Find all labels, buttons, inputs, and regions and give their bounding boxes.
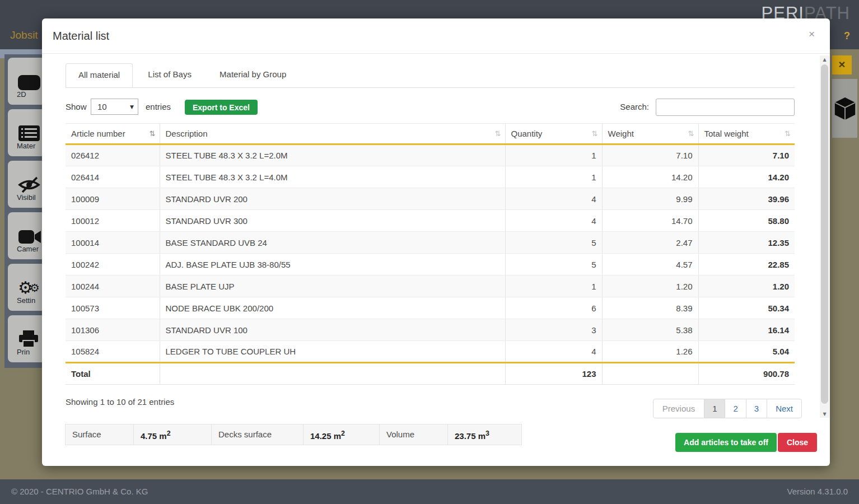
table-row[interactable]: 100244BASE PLATE UJP11.201.20 (66, 276, 795, 297)
table-cell: 100014 (66, 232, 160, 254)
table-cell: 22.85 (698, 254, 795, 276)
sidebar-item-camera[interactable]: Camer (8, 212, 44, 259)
table-row[interactable]: 105824LEDGER TO TUBE COUPLER UH41.265.04 (66, 341, 795, 363)
column-header-article-number[interactable]: Article number⇅ (66, 124, 160, 144)
search-label: Search: (620, 102, 649, 111)
total-weight-spacer (602, 363, 698, 385)
sidebar: 2D Mater Visibil Camer ⚙⚙ Settin Prin (4, 54, 44, 368)
pagination-previous[interactable]: Previous (653, 399, 704, 418)
table-cell: ADJ. BASE PLATE UJB 38-80/55 (160, 254, 505, 276)
surface-value: 4.75 m2 (133, 424, 212, 445)
sidebar-item-visibility[interactable]: Visibil (8, 161, 44, 208)
table-cell: 100009 (66, 188, 160, 210)
sidebar-item-settings[interactable]: ⚙⚙ Settin (8, 264, 44, 311)
modal-header-divider (42, 53, 830, 54)
sidebar-item-label: Camer (8, 245, 44, 253)
entries-label: entries (146, 102, 171, 111)
table-row[interactable]: 100014BASE STANDARD UVB 2452.4712.35 (66, 232, 795, 254)
sort-icon: ⇅ (495, 129, 501, 138)
table-cell: 5.38 (602, 319, 698, 341)
table-cell: 2.47 (602, 232, 698, 254)
table-row[interactable]: 100012STANDARD UVR 300414.7058.80 (66, 210, 795, 232)
decks-surface-label: Decks surface (211, 424, 304, 445)
sort-icon: ⇅ (150, 129, 156, 138)
table-cell: 6 (505, 297, 602, 319)
table-row[interactable]: 100573NODE BRACE UBK 200/20068.3950.34 (66, 297, 795, 319)
table-row[interactable]: 026412STEEL TUBE 48.3 X 3.2 L=2.0M17.107… (66, 144, 795, 166)
footer-bar: © 2020 - CENTRIO GmbH & Co. KG Version 4… (0, 479, 859, 504)
sidebar-item-2d[interactable]: 2D (8, 58, 44, 105)
tab-list-of-bays[interactable]: List of Bays (135, 63, 204, 86)
table-cell: 58.80 (698, 210, 795, 232)
visibility-eye-icon (8, 161, 44, 193)
table-cell: 50.34 (698, 297, 795, 319)
table-cell: 026412 (66, 144, 160, 166)
pagination-page-1[interactable]: 1 (704, 399, 725, 418)
pagination-next[interactable]: Next (767, 399, 802, 418)
table-cell: STEEL TUBE 48.3 X 3.2 L=2.0M (160, 144, 505, 166)
table-row[interactable]: 101306STANDARD UVR 10035.3816.14 (66, 319, 795, 341)
sidebar-item-print[interactable]: Prin (8, 315, 44, 362)
table-cell: 5.04 (698, 341, 795, 363)
scroll-up-icon[interactable]: ▲ (820, 55, 829, 63)
table-cell: STEEL TUBE 48.3 X 3.2 L=4.0M (160, 166, 505, 188)
table-row[interactable]: 100009STANDARD UVR 20049.9939.96 (66, 188, 795, 210)
jobsite-menu[interactable]: Jobsit (10, 29, 38, 41)
view-cube-button[interactable] (832, 79, 857, 138)
volume-value: 23.75 m3 (447, 424, 522, 445)
column-header-quantity[interactable]: Quantity⇅ (505, 124, 602, 144)
show-label: Show (66, 102, 87, 111)
chevron-down-icon: ▼ (130, 104, 134, 110)
table-cell: 101306 (66, 319, 160, 341)
table-cell: 100244 (66, 276, 160, 297)
column-label: Description (166, 129, 208, 138)
pagination-page-3[interactable]: 3 (746, 399, 767, 418)
table-cell: 5 (505, 254, 602, 276)
table-body: 026412STEEL TUBE 48.3 X 3.2 L=2.0M17.107… (66, 144, 795, 363)
sidebar-item-material[interactable]: Mater (8, 109, 44, 156)
panel-close-button[interactable]: × (832, 55, 852, 74)
table-row[interactable]: 026414STEEL TUBE 48.3 X 3.2 L=4.0M114.20… (66, 166, 795, 188)
sidebar-item-label: Mater (8, 142, 44, 150)
table-cell: 9.99 (602, 188, 698, 210)
close-button[interactable]: Close (778, 433, 817, 452)
pagination: Previous 1 2 3 Next (653, 399, 802, 418)
column-header-description[interactable]: Description⇅ (160, 124, 505, 144)
modal-close-icon[interactable]: × (809, 28, 815, 40)
total-weight: 900.78 (698, 363, 795, 385)
table-cell: 8.39 (602, 297, 698, 319)
sidebar-item-label: 2D (8, 90, 44, 99)
table-cell: STANDARD UVR 100 (160, 319, 505, 341)
pagination-page-2[interactable]: 2 (725, 399, 746, 418)
scrollbar-thumb[interactable] (821, 64, 828, 404)
scroll-down-icon[interactable]: ▼ (820, 410, 829, 418)
modal-title: Material list (53, 30, 109, 43)
material-list-icon (8, 109, 44, 142)
surface-label: Surface (65, 424, 134, 445)
table-cell: BASE PLATE UJP (160, 276, 505, 297)
table-cell: STANDARD UVR 200 (160, 188, 505, 210)
sort-icon: ⇅ (688, 129, 694, 138)
tab-all-material[interactable]: All material (66, 63, 133, 87)
value-sup: 2 (167, 430, 171, 437)
search-input[interactable] (656, 99, 795, 116)
table-header-row: Article number⇅ Description⇅ Quantity⇅ W… (66, 124, 795, 144)
table-cell: 4 (505, 341, 602, 363)
table-row[interactable]: 100242ADJ. BASE PLATE UJB 38-80/5554.572… (66, 254, 795, 276)
value-sup: 2 (341, 430, 345, 437)
table-cell: 1 (505, 144, 602, 166)
value-sup: 3 (485, 430, 489, 437)
export-to-excel-button[interactable]: Export to Excel (185, 100, 258, 115)
column-header-total-weight[interactable]: Total weight⇅ (698, 124, 795, 144)
table-cell: LEDGER TO TUBE COUPLER UH (160, 341, 505, 363)
help-icon[interactable]: ? (844, 30, 850, 42)
add-articles-button[interactable]: Add articles to take off (675, 433, 777, 452)
page-size-value: 10 (97, 102, 107, 111)
page-size-select[interactable]: 10 ▼ (91, 99, 138, 115)
table-cell: 100573 (66, 297, 160, 319)
modal-scrollbar[interactable]: ▲ ▼ (820, 55, 829, 418)
column-header-weight[interactable]: Weight⇅ (602, 124, 698, 144)
tab-material-by-group[interactable]: Material by Group (207, 63, 299, 86)
settings-gear-icon: ⚙⚙ (8, 264, 44, 296)
table-cell: NODE BRACE UBK 200/200 (160, 297, 505, 319)
